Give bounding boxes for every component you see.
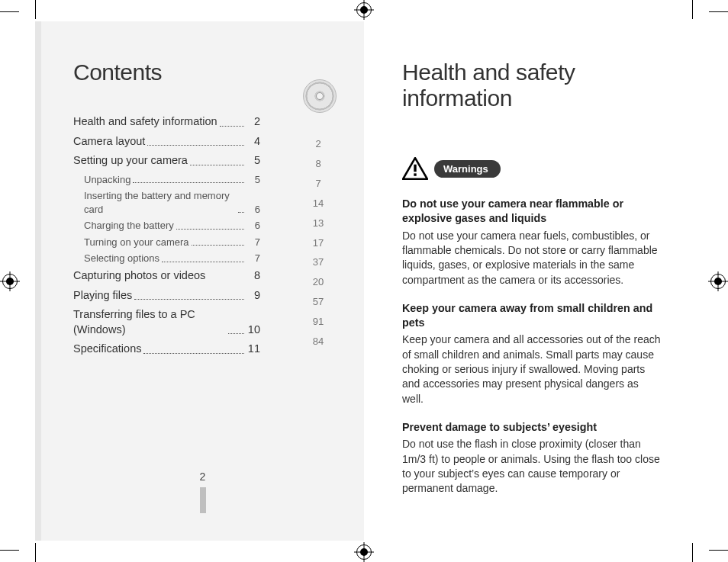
toc-label: Health and safety information: [73, 114, 217, 130]
toc-label: Charging the battery: [84, 219, 174, 233]
safety-block: Do not use your camera near flammable or…: [402, 197, 662, 287]
crop-mark: [692, 0, 693, 19]
right-page: Health and safety information Warnings D…: [364, 21, 693, 541]
toc-leaders: [143, 353, 244, 354]
warning-triangle-icon: [402, 157, 428, 180]
safety-block-body: Do not use your camera near fuels, combu…: [402, 229, 662, 287]
toc-leaders: [220, 126, 244, 127]
toc-entry: Camera layout 4: [73, 134, 260, 149]
index-number: 57: [304, 292, 332, 311]
toc-leaders: [134, 299, 244, 300]
svg-rect-2: [414, 173, 416, 175]
toc-leaders: [190, 165, 244, 165]
index-number: 17: [304, 233, 332, 252]
crop-mark: [0, 11, 19, 12]
safety-block-title: Do not use your camera near flammable or…: [402, 197, 662, 226]
toc-label: Unpacking: [84, 173, 130, 187]
toc-page: 9: [246, 288, 260, 303]
index-number: 37: [304, 252, 332, 271]
toc-subentry: Inserting the battery and memory card 6: [84, 189, 260, 216]
toc-page: 6: [246, 203, 260, 217]
index-number: 20: [304, 272, 332, 291]
table-of-contents: Health and safety information 2 Camera l…: [73, 114, 260, 357]
toc-entry: Capturing photos or videos 8: [73, 268, 260, 284]
toc-page: 11: [246, 342, 260, 357]
toc-sublist: Unpacking 5 Inserting the battery and me…: [73, 173, 260, 265]
page-spread: Contents Health and safety information 2…: [35, 21, 693, 541]
toc-entry: Setting up your camera 5: [73, 153, 260, 169]
left-page: Contents Health and safety information 2…: [35, 21, 364, 541]
toc-page: 7: [246, 252, 260, 265]
toc-label: Specifications: [73, 342, 141, 357]
crop-mark: [0, 550, 19, 551]
toc-label: Inserting the battery and memory card: [84, 189, 236, 216]
index-number: 7: [304, 174, 332, 193]
toc-label: Setting up your camera: [73, 153, 188, 169]
index-number: 91: [304, 312, 332, 331]
left-page-footer: 2: [41, 470, 364, 513]
safety-block-body: Keep your camera and all accessories out…: [402, 332, 662, 406]
cd-disc-icon: [303, 79, 337, 113]
toc-page: 2: [246, 114, 260, 130]
toc-page: 5: [246, 153, 260, 169]
crop-mark: [709, 550, 728, 551]
section-heading: Health and safety information: [402, 59, 662, 111]
toc-page: 6: [246, 219, 260, 233]
contents-heading: Contents: [73, 59, 333, 85]
crop-mark: [35, 0, 36, 19]
toc-leaders: [176, 229, 244, 230]
registration-mark-icon: [708, 271, 728, 291]
toc-entry: Transferring files to a PC (Windows) 10: [73, 307, 260, 337]
index-number: 84: [304, 332, 332, 351]
safety-block: Prevent damage to subjects’ eyesight Do …: [402, 420, 662, 496]
safety-block: Keep your camera away from small childre…: [402, 301, 662, 406]
toc-leaders: [192, 245, 244, 246]
crop-mark: [709, 11, 728, 12]
safety-block-title: Keep your camera away from small childre…: [402, 301, 662, 331]
toc-subentry: Unpacking 5: [84, 173, 260, 187]
index-number: 2: [304, 134, 332, 153]
toc-leaders: [133, 182, 244, 183]
index-number: 8: [304, 154, 332, 173]
registration-mark-icon: [354, 0, 374, 20]
toc-label: Turning on your camera: [84, 236, 189, 249]
toc-entry: Specifications 11: [73, 342, 260, 357]
toc-leaders: [238, 212, 244, 213]
registration-mark-icon: [354, 542, 374, 562]
registration-mark-icon: [0, 271, 20, 291]
toc-entry: Playing files 9: [73, 288, 260, 303]
toc-subentry: Selecting options 7: [84, 252, 260, 265]
toc-label: Capturing photos or videos: [73, 268, 205, 284]
safety-block-title: Prevent damage to subjects’ eyesight: [402, 420, 662, 435]
toc-subentry: Turning on your camera 7: [84, 236, 260, 249]
index-number: 14: [304, 194, 332, 213]
toc-label: Transferring files to a PC (Windows): [73, 307, 226, 337]
toc-page: 5: [246, 173, 260, 187]
footer-bar-icon: [200, 487, 206, 513]
toc-page: 8: [246, 268, 260, 284]
crop-mark: [692, 543, 693, 562]
index-number: 13: [304, 214, 332, 233]
warnings-header: Warnings: [402, 157, 662, 180]
toc-label: Camera layout: [73, 134, 145, 149]
toc-entry: Health and safety information 2: [73, 114, 260, 130]
toc-page: 10: [246, 323, 260, 338]
crop-mark: [35, 543, 36, 562]
toc-subentry: Charging the battery 6: [84, 219, 260, 233]
toc-label: Selecting options: [84, 252, 159, 265]
page-number: 2: [200, 470, 206, 483]
toc-leaders: [228, 333, 244, 334]
safety-block-body: Do not use the flash in close proximity …: [402, 437, 662, 496]
warnings-label: Warnings: [434, 160, 501, 178]
toc-leaders: [162, 262, 244, 262]
toc-page: 4: [246, 134, 260, 149]
svg-rect-1: [414, 165, 416, 172]
index-side-numbers: 2 8 7 14 13 17 37 20 57 91 84: [304, 134, 332, 352]
toc-label: Playing files: [73, 288, 132, 303]
toc-leaders: [147, 145, 244, 146]
toc-page: 7: [246, 236, 260, 249]
